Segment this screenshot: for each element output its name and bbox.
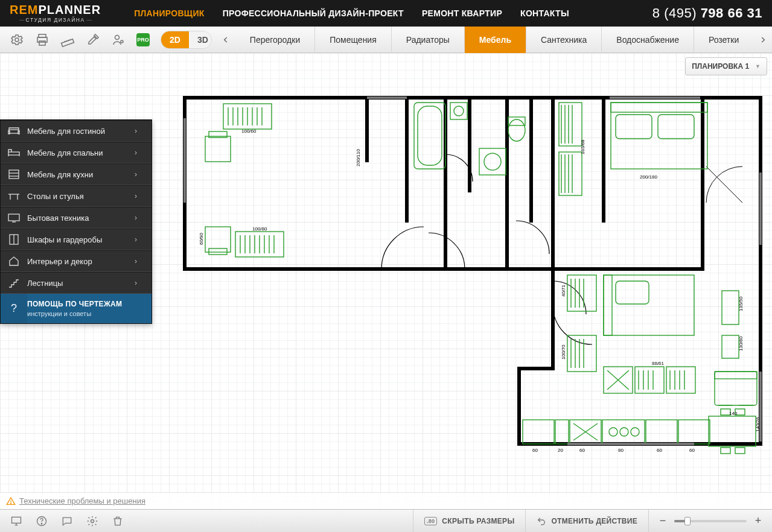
chevron-right-icon: › — [135, 148, 152, 157]
zoom-in-button[interactable]: + — [753, 515, 764, 527]
view-2d-button[interactable]: 2D — [161, 31, 189, 48]
tab-rooms[interactable]: Помещения — [315, 27, 392, 53]
svg-rect-88 — [8, 214, 19, 221]
svg-text:140/76: 140/76 — [755, 417, 761, 432]
logo-rem: REM — [10, 3, 38, 16]
svg-text:88/61: 88/61 — [652, 361, 665, 366]
tv-icon — [1, 214, 27, 223]
toolbar: PRO 2D 3D Перегородки Помещения Радиатор… — [0, 27, 772, 53]
chevron-right-icon: › — [135, 170, 152, 179]
svg-rect-24 — [611, 103, 707, 112]
svg-rect-18 — [508, 117, 525, 125]
svg-rect-11 — [209, 249, 227, 255]
help-circle-icon[interactable] — [35, 515, 48, 528]
chevron-right-icon: › — [135, 192, 152, 200]
canvas[interactable]: ПЛАНИРОВКА 1 ▼ — [0, 53, 772, 509]
chat-icon[interactable] — [60, 515, 74, 528]
svg-point-44 — [620, 428, 628, 436]
tech-issues-bar: Технические проблемы и решения — [0, 492, 772, 509]
floorplan[interactable]: 100/60 200/110 100/80 60/90 165/68 200/1… — [181, 94, 765, 462]
zoom-control: − + — [648, 510, 772, 532]
svg-text:130/60: 130/60 — [738, 336, 744, 351]
sidebar-item-stairs[interactable]: Лестницы › — [1, 272, 152, 294]
sidebar-item-tables[interactable]: Столы и стулья › — [1, 185, 152, 207]
svg-point-5 — [115, 35, 120, 39]
svg-rect-19 — [479, 148, 506, 175]
phone-number[interactable]: 8 (495) 798 66 31 — [652, 5, 762, 21]
svg-point-45 — [631, 428, 639, 436]
svg-rect-33 — [722, 335, 739, 358]
nav-renovation[interactable]: РЕМОНТ КВАРТИР — [422, 8, 502, 18]
status-bar: .80 СКРЫТЬ РАЗМЕРЫ ОТМЕНИТЬ ДЕЙСТВИЕ − + — [0, 509, 772, 532]
view-3d-button[interactable]: 3D — [189, 31, 212, 48]
svg-text:60: 60 — [532, 448, 538, 453]
svg-point-43 — [609, 428, 617, 436]
table-icon — [1, 192, 27, 200]
tab-walls[interactable]: Перегородки — [235, 27, 315, 53]
svg-rect-22 — [559, 152, 582, 195]
tab-sockets[interactable]: Розетки — [694, 27, 753, 53]
logo[interactable]: REMPLANNER СТУДИЯ ДИЗАЙНА — [10, 4, 101, 23]
tabs-scroll-left[interactable] — [217, 27, 235, 53]
svg-rect-32 — [722, 291, 739, 325]
sidebar-item-kitchen[interactable]: Мебель для кухни › — [1, 163, 152, 185]
svg-point-0 — [15, 38, 19, 42]
svg-rect-34 — [715, 372, 757, 405]
bed-icon — [1, 148, 27, 157]
nav-contacts[interactable]: КОНТАКТЫ — [520, 8, 569, 18]
chevron-right-icon: › — [135, 127, 152, 135]
undo-button[interactable]: ОТМЕНИТЬ ДЕЙСТВИЕ — [525, 510, 648, 532]
tools-icon[interactable] — [86, 33, 100, 47]
tab-furniture[interactable]: Мебель — [465, 27, 526, 53]
svg-rect-47 — [678, 420, 710, 444]
undo-icon — [537, 516, 546, 526]
svg-text:140: 140 — [729, 411, 738, 416]
svg-rect-28 — [604, 275, 612, 335]
svg-rect-15 — [450, 103, 467, 119]
hide-sizes-button[interactable]: .80 СКРЫТЬ РАЗМЕРЫ — [413, 510, 526, 532]
zoom-out-button[interactable]: − — [657, 515, 668, 527]
svg-text:40/71: 40/71 — [561, 284, 566, 297]
top-bar: REMPLANNER СТУДИЯ ДИЗАЙНА ПЛАНИРОВЩИК ПР… — [0, 0, 772, 27]
sidebar-item-wardrobes[interactable]: Шкафы и гардеробы › — [1, 229, 152, 250]
trash-icon[interactable] — [111, 515, 124, 528]
warning-icon — [6, 496, 16, 506]
svg-rect-94 — [12, 517, 21, 523]
sidebar-item-living[interactable]: Мебель для гостиной › — [1, 120, 152, 142]
pro-badge[interactable]: PRO — [136, 33, 150, 46]
sidebar-item-appliances[interactable]: Бытовая техника › — [1, 207, 152, 229]
tab-water[interactable]: Водоснабжение — [602, 27, 694, 53]
monitor-icon[interactable] — [10, 515, 23, 528]
svg-text:100/70: 100/70 — [561, 344, 566, 359]
sofa-icon — [1, 127, 27, 135]
svg-rect-81 — [8, 152, 19, 155]
svg-point-20 — [484, 153, 501, 170]
sidebar-help[interactable]: ? ПОМОЩЬ ПО ЧЕРТЕЖАМ инструкции и советы — [1, 294, 152, 323]
tabs-scroll-right[interactable] — [753, 27, 772, 53]
settings-gear-icon[interactable] — [10, 33, 24, 47]
settings-icon[interactable] — [86, 515, 99, 528]
svg-point-97 — [91, 519, 94, 522]
printer-icon[interactable] — [35, 33, 49, 47]
nav-design[interactable]: ПРОФЕССИОНАЛЬНЫЙ ДИЗАЙН-ПРОЕКТ — [223, 8, 404, 18]
svg-rect-48 — [709, 416, 756, 446]
plan-dropdown[interactable]: ПЛАНИРОВКА 1 ▼ — [685, 57, 767, 75]
sidebar-item-decor[interactable]: Интерьер и декор › — [1, 250, 152, 272]
svg-rect-52 — [735, 448, 745, 454]
svg-rect-29 — [616, 281, 649, 304]
sidebar-item-bedroom[interactable]: Мебель для спальни › — [1, 142, 152, 163]
nav-planner[interactable]: ПЛАНИРОВЩИК — [134, 8, 205, 18]
ruler-icon[interactable] — [60, 33, 75, 47]
tab-plumbing[interactable]: Сантехника — [526, 27, 602, 53]
zoom-slider[interactable] — [674, 520, 747, 522]
svg-rect-51 — [721, 448, 730, 454]
svg-rect-37 — [635, 367, 664, 393]
chevron-down-icon: ▼ — [755, 63, 761, 69]
svg-rect-78 — [9, 130, 19, 133]
tab-radiators[interactable]: Радиаторы — [392, 27, 465, 53]
svg-rect-30 — [567, 275, 596, 311]
user-gear-icon[interactable] — [111, 33, 126, 47]
svg-rect-8 — [205, 136, 231, 162]
tech-issues-link[interactable]: Технические проблемы и решения — [19, 496, 145, 505]
svg-rect-46 — [646, 420, 677, 444]
